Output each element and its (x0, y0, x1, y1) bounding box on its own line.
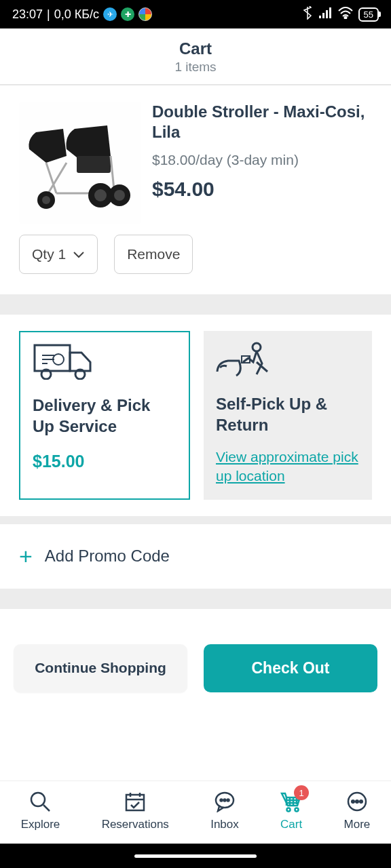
svg-rect-3 (329, 7, 331, 18)
shield-icon: ✚ (121, 7, 134, 21)
continue-shopping-button[interactable]: Continue Shopping (14, 644, 187, 692)
item-rate: $18.00/day (3-day min) (152, 152, 372, 168)
delivery-option-price: $15.00 (33, 452, 176, 471)
cart-content[interactable]: Double Stroller - Maxi-Cosi, Lila $18.00… (0, 85, 391, 781)
search-icon (29, 791, 51, 812)
pickup-location-link[interactable]: View approximate pick up location (216, 448, 360, 485)
svg-point-21 (220, 800, 222, 802)
svg-point-29 (360, 800, 362, 803)
svg-point-7 (42, 196, 50, 204)
svg-point-24 (287, 808, 291, 812)
nav-explore[interactable]: Explore (21, 791, 60, 831)
svg-point-18 (31, 793, 45, 806)
wifi-icon (338, 7, 353, 22)
checkout-button[interactable]: Check Out (204, 644, 377, 692)
page-subtitle: 1 items (0, 60, 391, 75)
nav-cart[interactable]: 1 Cart (280, 791, 302, 831)
selfpickup-icon (216, 342, 360, 378)
battery-icon: 55 (358, 7, 379, 22)
cart-icon: 1 (280, 791, 302, 812)
status-right: 55 (301, 6, 379, 23)
android-nav-handle[interactable] (0, 844, 391, 868)
nav-more[interactable]: More (344, 791, 371, 831)
status-bar: 23:07 | 0,0 КБ/с ✈ ✚ 55 (0, 0, 391, 28)
svg-rect-5 (77, 156, 111, 173)
quantity-selector[interactable]: Qty 1 (19, 235, 98, 274)
svg-rect-19 (126, 795, 144, 810)
divider (0, 516, 391, 524)
checkout-actions: Continue Shopping Check Out (0, 609, 391, 706)
status-left: 23:07 | 0,0 КБ/с ✈ ✚ (12, 7, 152, 22)
product-image[interactable] (19, 102, 141, 224)
svg-point-25 (295, 808, 299, 812)
chat-icon (214, 791, 236, 812)
svg-rect-1 (322, 13, 324, 18)
cart-header: Cart 1 items (0, 28, 391, 85)
calendar-icon (124, 791, 146, 812)
delivery-option-selfpickup[interactable]: Self-Pick Up & Return View approximate p… (204, 331, 372, 500)
promo-label: Add Promo Code (45, 547, 170, 566)
svg-rect-2 (326, 10, 328, 18)
chevron-down-icon (73, 246, 85, 262)
plus-icon: + (19, 543, 33, 570)
svg-point-28 (356, 800, 358, 803)
nav-reservations[interactable]: Reservations (102, 791, 169, 831)
quantity-label: Qty 1 (32, 246, 66, 262)
status-net-speed: 0,0 КБ/с (54, 7, 99, 22)
svg-point-27 (352, 800, 354, 803)
signal-icon (319, 7, 333, 22)
google-icon (138, 7, 152, 21)
svg-point-16 (253, 343, 261, 351)
bluetooth-icon (301, 6, 314, 23)
delivery-options: Delivery & Pick Up Service $15.00 Self-P… (0, 315, 391, 516)
divider (0, 589, 391, 609)
delivery-option-service[interactable]: Delivery & Pick Up Service $15.00 (19, 331, 190, 500)
divider (0, 294, 391, 315)
telegram-icon: ✈ (103, 7, 117, 21)
svg-rect-12 (35, 345, 70, 371)
svg-point-15 (53, 354, 64, 365)
item-total: $54.00 (152, 178, 372, 201)
item-actions: Qty 1 Remove (0, 224, 391, 294)
delivery-option-title: Delivery & Pick Up Service (33, 395, 176, 437)
svg-point-11 (114, 190, 125, 201)
svg-point-4 (344, 16, 346, 18)
item-name: Double Stroller - Maxi-Cosi, Lila (152, 102, 372, 142)
item-info: Double Stroller - Maxi-Cosi, Lila $18.00… (152, 102, 372, 224)
svg-point-9 (94, 189, 107, 201)
app-container: Cart 1 items (0, 28, 391, 844)
status-time: 23:07 (12, 7, 43, 22)
more-icon (346, 791, 368, 812)
svg-point-22 (223, 800, 225, 802)
nav-inbox[interactable]: Inbox (210, 791, 239, 831)
cart-badge: 1 (294, 785, 309, 800)
page-title: Cart (0, 39, 391, 58)
bottom-nav: Explore Reservations Inbox 1 Cart Mo (0, 781, 391, 844)
cart-item: Double Stroller - Maxi-Cosi, Lila $18.00… (0, 85, 391, 224)
remove-button[interactable]: Remove (114, 235, 193, 274)
svg-point-23 (227, 800, 229, 802)
delivery-option-title: Self-Pick Up & Return (216, 393, 360, 435)
add-promo-button[interactable]: + Add Promo Code (0, 524, 391, 589)
svg-rect-0 (319, 16, 321, 18)
truck-icon (33, 343, 176, 380)
